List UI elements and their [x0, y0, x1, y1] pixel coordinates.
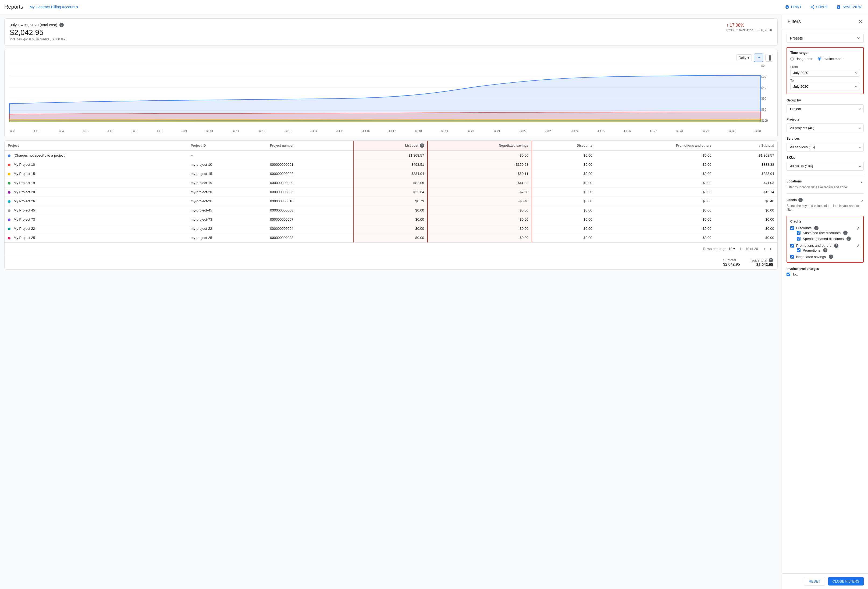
project-dot [8, 200, 10, 203]
labels-section: Labels ? ⌄ Select the key and values of … [787, 194, 864, 212]
projects-select[interactable]: All projects (40) [787, 123, 864, 132]
skus-title: SKUs [787, 156, 864, 160]
share-button[interactable]: SHARE [808, 3, 830, 11]
locations-title: Locations [787, 179, 802, 183]
cell-subtotal: $333.88 [715, 160, 777, 169]
save-view-button[interactable]: SAVE VIEW [834, 3, 864, 11]
chart-controls: Daily ▾ 〜 ▐ [9, 53, 773, 62]
locations-collapse-icon: ⌄ [860, 178, 864, 184]
cell-promotions: $0.00 [596, 233, 715, 243]
chart-y-labels: $100 $80 $60 $40 $20 $0 [761, 64, 773, 122]
promotions-expand-icon[interactable]: ∧ [857, 243, 860, 248]
summary-date-range: July 1 – 31, 2020 (total cost) ? [10, 23, 65, 27]
invoice-total-value: $2,042.95 [748, 262, 773, 266]
bar-chart-button[interactable]: ▐ [765, 54, 773, 62]
cell-project: My Project 25 [4, 233, 187, 243]
col-project-id: Project ID [187, 141, 267, 151]
promotions-checkbox[interactable] [797, 249, 800, 252]
discounts-help-icon[interactable]: ? [814, 226, 819, 230]
next-page-button[interactable]: › [768, 246, 773, 252]
cell-list-cost: $22.64 [353, 188, 428, 197]
discounts-expand-icon[interactable]: ∧ [857, 225, 860, 231]
to-container: To July 2020 [790, 79, 860, 90]
filter-title: Filters [788, 19, 801, 25]
spending-based-checkbox[interactable] [797, 237, 800, 241]
cell-promotions: $0.00 [596, 215, 715, 224]
to-select[interactable]: July 2020 [790, 83, 860, 90]
locations-header[interactable]: Locations ⌄ [787, 178, 864, 184]
tax-row: Tax [787, 272, 864, 276]
col-neg-savings: Negotiated savings [428, 141, 532, 151]
to-label: To [790, 79, 860, 83]
labels-header[interactable]: Labels ? ⌄ [787, 197, 864, 203]
from-select[interactable]: July 2020 [790, 69, 860, 77]
cell-promotions: $0.00 [596, 224, 715, 233]
subtotal-item: Subtotal $2,042.95 [723, 258, 740, 266]
spending-based-help-icon[interactable]: ? [846, 237, 851, 241]
project-dot [8, 228, 10, 230]
cell-promotions: $0.00 [596, 178, 715, 188]
cell-promotions: $0.00 [596, 206, 715, 215]
presets-select[interactable]: Presets [787, 34, 864, 43]
usage-date-option[interactable]: Usage date [790, 57, 813, 61]
project-dot [8, 182, 10, 185]
invoice-month-radio[interactable] [818, 57, 821, 61]
line-chart-button[interactable]: 〜 [754, 53, 763, 62]
prev-page-button[interactable]: ‹ [762, 246, 767, 252]
cell-promotions: $0.00 [596, 197, 715, 206]
group-by-select[interactable]: Project [787, 104, 864, 113]
tax-checkbox[interactable] [787, 272, 790, 276]
cell-project: My Project 10 [4, 160, 187, 169]
locations-section: Locations ⌄ Filter by location data like… [787, 175, 864, 189]
cell-project: My Project 73 [4, 215, 187, 224]
print-button[interactable]: PRINT [783, 3, 804, 11]
rows-per-page-value[interactable]: 10 ▾ [728, 247, 735, 251]
table-row: [Charges not specific to a project] – $1… [4, 151, 777, 160]
promotions-and-others-help-icon[interactable]: ? [834, 244, 838, 248]
promotions-sub: Promotions ? [790, 248, 860, 252]
usage-date-radio[interactable] [790, 57, 794, 61]
account-selector[interactable]: My Contract Billing Account ▾ [27, 3, 80, 11]
invoice-total-help-icon[interactable]: ? [769, 258, 773, 262]
negotiated-savings-checkbox[interactable] [790, 255, 794, 259]
close-filters-button[interactable]: CLOSE FILTERS [828, 577, 864, 586]
daily-selector[interactable]: Daily ▾ [736, 54, 752, 61]
cell-project-number: 000000000004 [267, 224, 353, 233]
summary-help-icon[interactable]: ? [59, 23, 64, 27]
cell-subtotal: $15.14 [715, 188, 777, 197]
cell-neg-savings: -$50.11 [428, 169, 532, 178]
cell-discounts: $0.00 [532, 169, 596, 178]
negotiated-savings-row: Negotiated savings ? [790, 255, 860, 259]
sustained-use-checkbox[interactable] [797, 231, 800, 235]
promotions-and-others-checkbox[interactable] [790, 244, 794, 247]
discounts-checkbox[interactable] [790, 226, 794, 230]
table-row: My Project 45 my-project-45 000000000008… [4, 206, 777, 215]
cell-project-id: my-project-26 [187, 197, 267, 206]
sort-down-icon: ↓ [759, 144, 760, 148]
close-filter-button[interactable]: ✕ [858, 18, 863, 25]
summary-card: July 1 – 31, 2020 (total cost) ? $2,042.… [4, 18, 778, 46]
cell-discounts: $0.00 [532, 160, 596, 169]
negotiated-savings-help-icon[interactable]: ? [829, 255, 833, 259]
cell-discounts: $0.00 [532, 151, 596, 160]
services-select[interactable]: All services (16) [787, 143, 864, 151]
projects-section: Projects All projects (40) [787, 118, 864, 132]
invoice-month-option[interactable]: Invoice month [818, 57, 844, 61]
sustained-use-help-icon[interactable]: ? [843, 231, 847, 235]
reset-button[interactable]: RESET [804, 577, 825, 586]
cell-project: My Project 45 [4, 206, 187, 215]
services-section: Services All services (16) [787, 137, 864, 151]
credits-title: Credits [790, 219, 801, 223]
cell-list-cost: $0.00 [353, 233, 428, 243]
labels-help-icon[interactable]: ? [799, 198, 803, 202]
project-dot [8, 154, 10, 157]
skus-select[interactable]: All SKUs (194) [787, 162, 864, 170]
promotions-help-icon[interactable]: ? [823, 248, 827, 252]
cell-promotions: $0.00 [596, 160, 715, 169]
cell-subtotal: $1,368.57 [715, 151, 777, 160]
tax-label: Tax [793, 272, 798, 276]
main-layout: July 1 – 31, 2020 (total cost) ? $2,042.… [0, 14, 868, 589]
list-cost-help-icon[interactable]: ? [420, 144, 424, 148]
cell-neg-savings: -$159.63 [428, 160, 532, 169]
project-dot [8, 219, 10, 221]
